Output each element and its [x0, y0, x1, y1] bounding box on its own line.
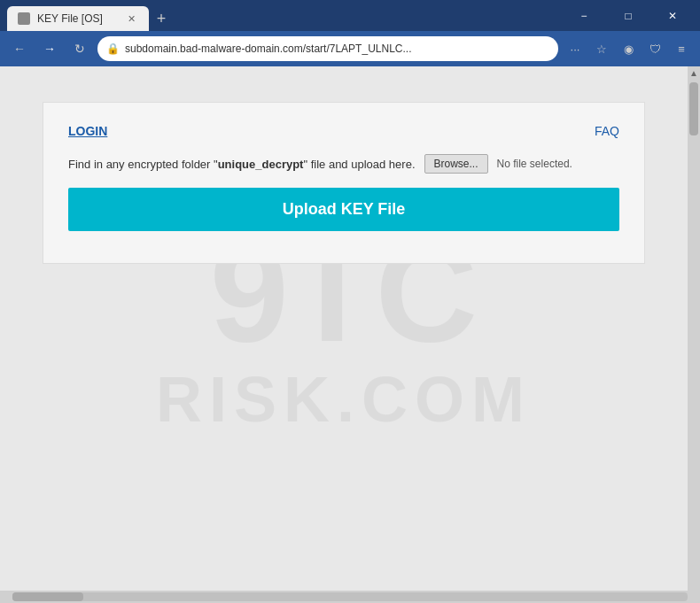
more-button[interactable]: ··· — [564, 37, 587, 60]
profile-button[interactable]: ◉ — [617, 37, 640, 60]
tab-area: KEY File [OS] ✕ + — [7, 0, 564, 31]
back-button[interactable]: ← — [7, 36, 32, 61]
page-content: 9TC RISK.COM LOGIN FAQ Find in any encry… — [0, 66, 688, 591]
faq-link[interactable]: FAQ — [595, 124, 619, 138]
forward-icon: → — [43, 42, 56, 56]
window-controls: − □ ✕ — [564, 0, 693, 31]
profile-icon: ◉ — [624, 43, 634, 56]
refresh-icon: ↻ — [74, 42, 85, 56]
scroll-track — [12, 592, 688, 601]
back-icon: ← — [13, 42, 26, 56]
titlebar: KEY File [OS] ✕ + − □ ✕ — [0, 0, 700, 31]
more-icon: ··· — [571, 43, 580, 56]
active-tab[interactable]: KEY File [OS] ✕ — [7, 6, 149, 31]
scroll-thumb[interactable] — [12, 592, 83, 601]
toolbar-actions: ··· ☆ ◉ 🛡 ≡ — [564, 37, 693, 60]
browser-window: KEY File [OS] ✕ + − □ ✕ ← — [0, 0, 700, 603]
scrollbar-thumb[interactable] — [689, 82, 698, 135]
no-file-label: No file selected. — [497, 158, 572, 170]
scroll-up-arrow[interactable]: ▲ — [688, 66, 700, 79]
watermark-text: RISK.COM — [156, 363, 532, 436]
instruction-text: Find in any encrypted folder "unique_dec… — [68, 158, 416, 171]
shield-icon: 🛡 — [649, 43, 661, 56]
card-header: LOGIN FAQ — [68, 124, 619, 138]
bookmark-button[interactable]: ☆ — [590, 37, 613, 60]
lock-icon: 🔒 — [106, 43, 120, 55]
maximize-button[interactable]: □ — [608, 0, 649, 31]
highlight-text: unique_decrypt — [218, 158, 304, 171]
new-tab-button[interactable]: + — [149, 6, 174, 31]
tab-close-button[interactable]: ✕ — [124, 12, 138, 26]
browse-button[interactable]: Browse... — [424, 154, 488, 174]
address-bar[interactable]: 🔒 subdomain.bad-malware-domain.com/start… — [97, 36, 558, 61]
refresh-button[interactable]: ↻ — [67, 36, 92, 61]
menu-button[interactable]: ≡ — [670, 37, 693, 60]
url-text: subdomain.bad-malware-domain.com/start/7… — [125, 43, 549, 55]
close-window-button[interactable]: ✕ — [652, 0, 693, 31]
vertical-scrollbar[interactable]: ▲ — [688, 66, 700, 591]
star-icon: ☆ — [596, 43, 607, 56]
shield-button[interactable]: 🛡 — [643, 37, 666, 60]
browser-toolbar: ← → ↻ 🔒 subdomain.bad-malware-domain.com… — [0, 31, 700, 66]
horizontal-scrollbar[interactable] — [0, 591, 700, 603]
login-link[interactable]: LOGIN — [68, 124, 107, 138]
browser-body: 9TC RISK.COM LOGIN FAQ Find in any encry… — [0, 66, 700, 591]
tab-title: KEY File [OS] — [37, 12, 103, 25]
forward-button[interactable]: → — [37, 36, 62, 61]
tab-favicon — [18, 12, 30, 25]
minimize-button[interactable]: − — [564, 0, 604, 31]
main-card: LOGIN FAQ Find in any encrypted folder "… — [43, 102, 645, 264]
menu-icon: ≡ — [678, 43, 685, 56]
file-upload-row: Find in any encrypted folder "unique_dec… — [68, 154, 619, 174]
upload-key-file-button[interactable]: Upload KEY File — [68, 188, 619, 231]
